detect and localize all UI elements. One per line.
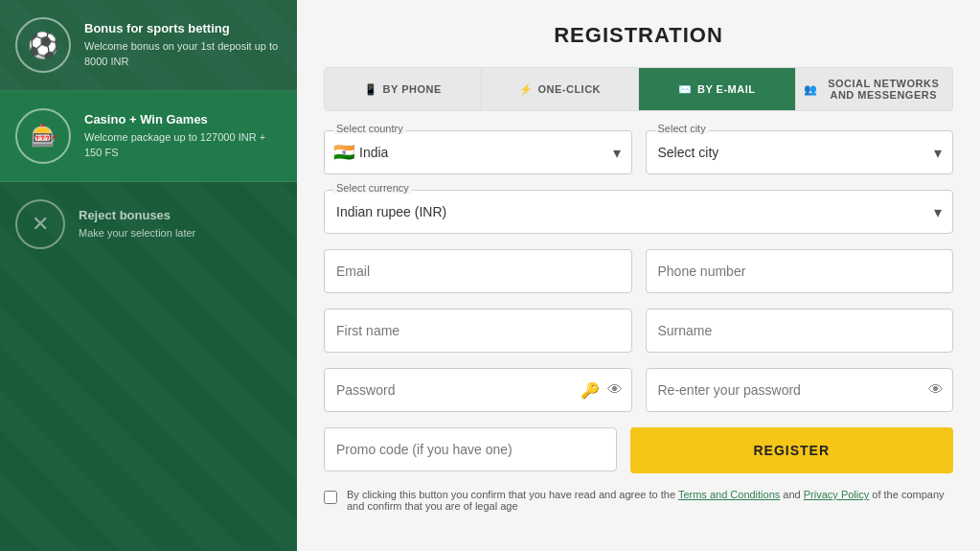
surname-input[interactable] <box>646 309 954 353</box>
tab-one-click[interactable]: ⚡ ONE-CLICK <box>482 68 639 110</box>
email-group <box>324 249 632 293</box>
reject-title: Reject bonuses <box>79 208 195 222</box>
terms-text: By clicking this button you confirm that… <box>347 489 953 512</box>
bonus-sports-title: Bonus for sports betting <box>84 21 282 35</box>
city-select-wrapper: Select city <box>646 130 954 174</box>
bonus-sports-text: Bonus for sports betting Welcome bonus o… <box>84 21 282 69</box>
city-select[interactable]: Select city <box>646 130 954 174</box>
password-group: 🔑 👁 <box>324 368 632 412</box>
currency-select-wrapper: Indian rupee (INR) <box>324 190 953 234</box>
surname-group <box>646 309 954 353</box>
confirm-password-group: 👁 <box>646 368 954 412</box>
phone-group <box>646 249 954 293</box>
city-group: Select city Select city <box>646 130 954 174</box>
currency-row: Select currency Indian rupee (INR) <box>324 190 953 234</box>
bonus-sports-desc: Welcome bonus on your 1st deposit up to … <box>84 39 282 69</box>
bonus-casino-card[interactable]: 🎰 Casino + Win Games Welcome package up … <box>0 91 297 182</box>
tab-social[interactable]: 👥 SOCIAL NETWORKS AND MESSENGERS <box>796 68 952 110</box>
country-select[interactable]: India <box>324 130 632 174</box>
firstname-group <box>324 309 632 353</box>
oneclick-icon: ⚡ <box>519 83 534 96</box>
tab-social-label: SOCIAL NETWORKS AND MESSENGERS <box>823 78 946 101</box>
confirm-password-input[interactable] <box>646 368 954 412</box>
tab-by-email-label: BY E-MAIL <box>697 83 756 95</box>
password-row: 🔑 👁 👁 <box>324 368 953 412</box>
bonus-casino-text: Casino + Win Games Welcome package up to… <box>84 112 282 160</box>
city-label: Select city <box>655 123 709 134</box>
tab-one-click-label: ONE-CLICK <box>537 83 601 95</box>
eye-icon[interactable]: 👁 <box>607 381 623 400</box>
promo-input[interactable] <box>324 427 617 471</box>
tab-by-phone[interactable]: 📱 BY PHONE <box>325 68 482 110</box>
bonus-casino-title: Casino + Win Games <box>84 112 282 126</box>
email-input[interactable] <box>324 249 632 293</box>
reject-text: Reject bonuses Make your selection later <box>79 208 195 241</box>
email-icon: ✉️ <box>678 83 693 96</box>
country-city-row: Select country 🇮🇳 India Select city Sele… <box>324 130 953 174</box>
terms-link[interactable]: Terms and Conditions <box>678 489 780 500</box>
main-content: REGISTRATION 📱 BY PHONE ⚡ ONE-CLICK ✉️ B… <box>297 0 980 551</box>
tab-by-phone-label: BY PHONE <box>383 83 442 95</box>
key-icon: 🔑 <box>581 381 600 400</box>
currency-group: Select currency Indian rupee (INR) <box>324 190 953 234</box>
reject-bonus-card[interactable]: ✕ Reject bonuses Make your selection lat… <box>0 182 297 266</box>
phone-icon: 📱 <box>364 83 378 96</box>
country-select-wrapper: 🇮🇳 India <box>324 130 632 174</box>
page-title: REGISTRATION <box>324 23 953 48</box>
firstname-input[interactable] <box>324 309 632 353</box>
privacy-link[interactable]: Privacy Policy <box>804 489 869 500</box>
country-label: Select country <box>333 123 406 134</box>
confirm-password-icons: 👁 <box>928 381 944 399</box>
bonus-casino-desc: Welcome package up to 127000 INR + 150 F… <box>84 130 282 160</box>
sidebar: ⚽ Bonus for sports betting Welcome bonus… <box>0 0 297 551</box>
register-button[interactable]: REGISTER <box>630 427 954 473</box>
email-phone-row <box>324 249 953 293</box>
bonus-sports-card[interactable]: ⚽ Bonus for sports betting Welcome bonus… <box>0 0 297 91</box>
phone-input[interactable] <box>646 249 954 293</box>
currency-label: Select currency <box>333 182 412 194</box>
reject-desc: Make your selection later <box>79 226 195 241</box>
terms-checkbox[interactable] <box>324 491 337 504</box>
country-group: Select country 🇮🇳 India <box>324 130 632 174</box>
promo-group <box>324 427 617 473</box>
terms-checkbox-row: By clicking this button you confirm that… <box>324 489 953 512</box>
sports-icon: ⚽ <box>15 17 71 73</box>
currency-select[interactable]: Indian rupee (INR) <box>324 190 953 234</box>
promo-register-row: REGISTER <box>324 427 953 473</box>
tab-by-email[interactable]: ✉️ BY E-MAIL <box>639 68 796 110</box>
reject-icon: ✕ <box>15 199 65 249</box>
social-icon: 👥 <box>804 83 818 96</box>
password-icons: 🔑 👁 <box>581 381 623 400</box>
casino-icon: 🎰 <box>15 108 71 164</box>
confirm-eye-icon[interactable]: 👁 <box>928 381 944 399</box>
name-row <box>324 309 953 353</box>
registration-tabs: 📱 BY PHONE ⚡ ONE-CLICK ✉️ BY E-MAIL 👥 SO… <box>324 67 953 111</box>
